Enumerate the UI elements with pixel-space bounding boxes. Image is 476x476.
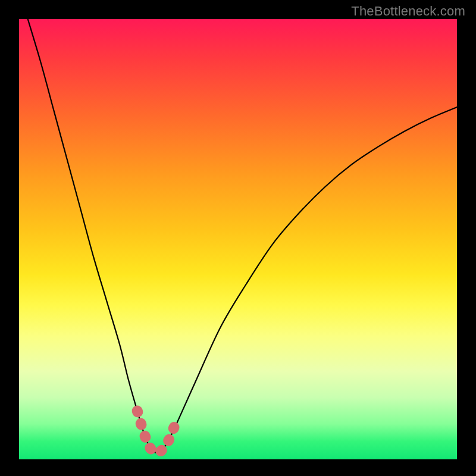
- chart-plot-area: [19, 19, 457, 459]
- bottleneck-chart-svg: [19, 19, 457, 459]
- bottleneck-curve-line: [28, 19, 457, 453]
- bottleneck-highlight-line: [137, 411, 177, 453]
- watermark-text: TheBottleneck.com: [351, 4, 465, 19]
